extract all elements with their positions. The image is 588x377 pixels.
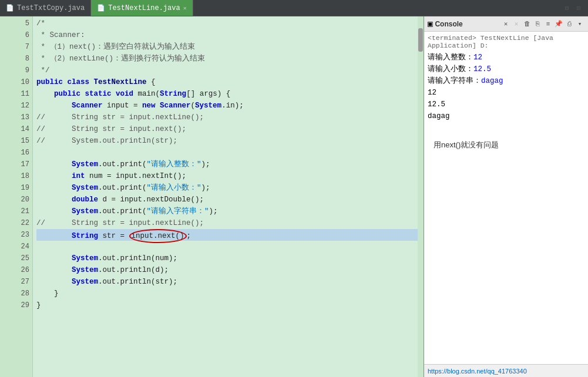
line-number: 20	[12, 194, 32, 206]
code-line: System.out.print("请输入小数：");	[36, 182, 418, 194]
java-file-icon: 📄	[6, 4, 14, 12]
console-terminated-text: <terminated> TestNextLine [Java Applicat…	[428, 34, 584, 49]
console-output-1: 12	[428, 87, 584, 99]
console-output-3: 12.5	[428, 99, 584, 110]
console-icon: ▣	[428, 19, 432, 29]
code-line: public static void main(String[] args) {	[36, 88, 418, 100]
line-number: 29	[12, 299, 32, 311]
console-value-2: 12.5	[473, 65, 491, 73]
line-number: 23	[12, 229, 32, 241]
tab-testnextline[interactable]: 📄 TestNextLine.java ✕	[91, 0, 193, 16]
tab-close-icon[interactable]: ✕	[183, 5, 187, 12]
line-number: 26	[12, 264, 32, 276]
line-number: 6	[12, 29, 32, 41]
line-number: 9	[12, 65, 32, 76]
editor-scrollbar[interactable]	[418, 16, 424, 377]
code-line: */	[36, 65, 418, 76]
console-panel: ▣ Console ✕ ✕ 🗑 ⎘ ≡ 📌 ⎙ ▾ <terminated> T…	[424, 16, 588, 377]
line-number: 25	[12, 253, 32, 264]
code-line: String str = input.next();	[36, 229, 418, 241]
code-line: System.out.print("请输入字符串：");	[36, 206, 418, 217]
code-line: // String str = input.nextLine();	[36, 112, 418, 123]
line-number: 12	[12, 100, 32, 112]
console-label-1: 请输入整数：	[428, 53, 473, 62]
code-line: * Scanner:	[36, 29, 418, 41]
code-line: System.out.println(str);	[36, 276, 418, 288]
code-line: int num = input.nextInt();	[36, 170, 418, 182]
code-line: }	[36, 299, 418, 311]
code-line	[36, 241, 418, 253]
code-line: }	[36, 288, 418, 299]
code-line: /*	[36, 18, 418, 29]
line-number: 15	[12, 135, 32, 147]
line-number: 16	[12, 147, 32, 159]
line-number: 8	[12, 53, 32, 65]
scroll-lock-button[interactable]: ⎘	[533, 19, 542, 29]
line-number: 21	[12, 206, 32, 217]
main-area: 5678910111213141516171819202122232425262…	[0, 16, 588, 377]
line-number: 5	[12, 18, 32, 29]
console-value-1: 12	[473, 53, 482, 62]
code-line: double d = input.nextDouble();	[36, 194, 418, 206]
tab-testtxtcopy[interactable]: 📄 TestTxtCopy.java	[0, 0, 91, 16]
code-line	[36, 147, 418, 159]
code-area[interactable]: /* * Scanner: * （1）next()：遇到空白符就认为输入结束 *…	[33, 16, 418, 377]
console-value-3: dagag	[481, 77, 503, 85]
line-number: 28	[12, 288, 32, 299]
minimize-editor-icon[interactable]: ⊟	[562, 4, 572, 13]
code-line: Scanner input = new Scanner(System.in);	[36, 100, 418, 112]
line-number: 18	[12, 170, 32, 182]
console-line-2: 请输入小数：12.5	[428, 63, 584, 75]
editor-container: 5678910111213141516171819202122232425262…	[12, 16, 418, 377]
java-file-icon-active: 📄	[97, 4, 105, 12]
line-number: 22	[12, 217, 32, 229]
console-label-3: 请输入字符串：	[428, 77, 481, 85]
console-label-2: 请输入小数：	[428, 65, 473, 73]
console-header: ▣ Console ✕ ✕ 🗑 ⎘ ≡ 📌 ⎙ ▾	[424, 16, 588, 32]
console-status-link[interactable]: https://blog.csdn.net/qq_41763340	[428, 368, 527, 375]
line-numbers: 5678910111213141516171819202122232425262…	[12, 16, 33, 377]
code-line: System.out.println(num);	[36, 253, 418, 264]
code-line: System.out.print("请输入整数：");	[36, 159, 418, 170]
editor-panel: 5678910111213141516171819202122232425262…	[0, 16, 424, 377]
line-number: 11	[12, 88, 32, 100]
line-number: 13	[12, 112, 32, 123]
tab-bar: 📄 TestTxtCopy.java 📄 TestNextLine.java ✕…	[0, 0, 588, 16]
code-line: // String str = input.nextLine();	[36, 217, 418, 229]
tab2-label: TestNextLine.java	[108, 4, 180, 12]
left-gutter	[0, 16, 12, 377]
line-number: 7	[12, 41, 32, 53]
console-toolbar: ✕ ✕ 🗑 ⎘ ≡ 📌 ⎙ ▾	[501, 19, 584, 29]
line-number: 14	[12, 123, 32, 135]
line-number: 17	[12, 159, 32, 170]
code-line: // System.out.println(str);	[36, 135, 418, 147]
word-wrap-button[interactable]: ≡	[543, 19, 553, 29]
clear-console-button[interactable]: 🗑	[522, 19, 532, 29]
console-title: Console	[435, 20, 462, 28]
console-line-1: 请输入整数：12	[428, 52, 584, 63]
line-number: 27	[12, 276, 32, 288]
pin-button[interactable]: 📌	[554, 19, 563, 29]
code-line: // String str = input.next();	[36, 123, 418, 135]
code-line: System.out.println(d);	[36, 264, 418, 276]
more-options-button[interactable]: ▾	[575, 19, 584, 29]
remove-button[interactable]: ✕	[512, 19, 521, 29]
open-console-button[interactable]: ⎙	[565, 19, 574, 29]
console-output-4: dagag	[428, 110, 584, 122]
terminate-button[interactable]: ✕	[501, 19, 510, 29]
line-number: 10	[12, 76, 32, 88]
console-body: <terminated> TestNextLine [Java Applicat…	[424, 32, 588, 364]
line-number: 19	[12, 182, 32, 194]
scrollbar-thumb[interactable]	[418, 28, 423, 52]
console-status-bar: https://blog.csdn.net/qq_41763340	[424, 364, 588, 377]
code-line: * （2）nextLine()：遇到换行符认为输入结束	[36, 53, 418, 65]
line-number: 24	[12, 241, 32, 253]
tab1-label: TestTxtCopy.java	[17, 4, 85, 12]
console-line-3: 请输入字符串：dagag	[428, 75, 584, 87]
maximize-editor-icon[interactable]: ⊡	[574, 4, 583, 13]
code-line: * （1）next()：遇到空白符就认为输入结束	[36, 41, 418, 53]
code-line: public class TestNextLine {	[36, 76, 418, 88]
console-note: 用next()就没有问题	[434, 140, 584, 150]
